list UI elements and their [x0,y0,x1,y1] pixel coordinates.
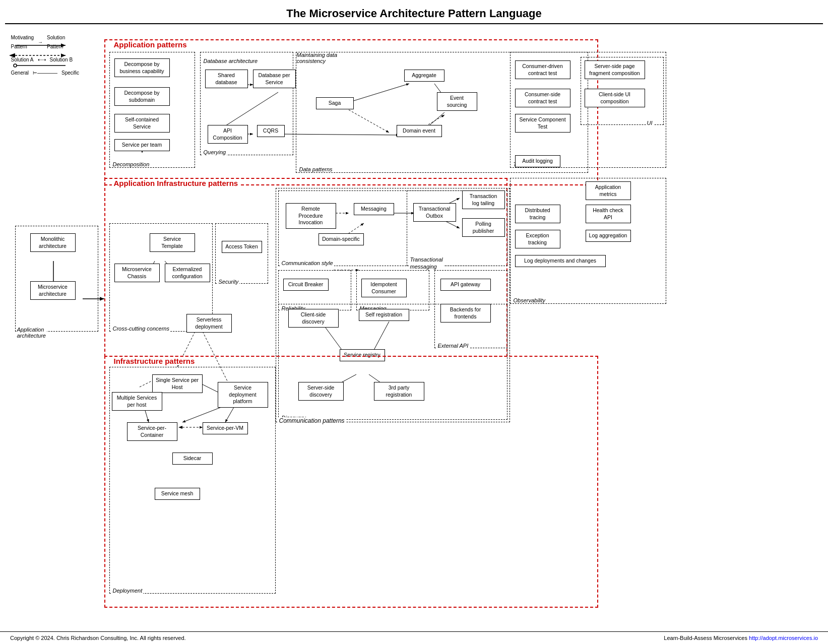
legend: MotivatingPattern → SolutionPattern Solu… [11,33,80,78]
node-app-metrics[interactable]: Application metrics [586,181,631,200]
application-patterns-title: Application patterns [112,40,189,49]
node-event-sourcing[interactable]: Event sourcing [437,92,477,111]
legend-label-solution-a: Solution A [11,55,34,65]
node-serverless[interactable]: Serverless deployment [186,314,232,333]
node-service-mesh[interactable]: Service mesh [155,488,200,500]
node-multiple-services[interactable]: Multiple Services per host [112,392,162,411]
node-client-side-ui[interactable]: Client-side UI composition [585,89,645,107]
footer-right: Learn-Build-Assess Microservices http://… [664,635,818,641]
legend-row-2: Solution A ⇠⇢ Solution B [11,55,80,65]
legend-row-1: MotivatingPattern → SolutionPattern [11,33,80,51]
node-self-registration[interactable]: Self registration [359,309,409,321]
legend-label-solution: SolutionPattern [47,33,65,51]
node-log-aggregation[interactable]: Log aggregation [586,230,631,242]
node-shared-database[interactable]: Shared database [205,70,248,88]
security-label: Security [218,279,240,285]
node-distributed-tracing[interactable]: Distributed tracing [515,205,560,223]
data-patterns-label: Data patterns [298,166,334,172]
node-client-side-discovery[interactable]: Client-side discovery [288,309,339,328]
legend-label-specific: Specific [61,69,79,78]
node-audit-logging[interactable]: Audit logging [515,155,560,167]
node-aggregate[interactable]: Aggregate [404,70,444,82]
deployment-label: Deployment [112,588,144,594]
node-health-check[interactable]: Health check API [586,205,631,223]
node-service-per-team[interactable]: Service per team [114,139,170,151]
node-consumer-side[interactable]: Consumer-side contract test [515,89,570,107]
node-access-token[interactable]: Access Token [222,241,262,253]
legend-label-solution-b: Solution B [50,55,73,65]
querying-label: Querying [203,149,227,155]
node-microservice-chassis[interactable]: Microservice Chassis [114,264,160,282]
node-single-service[interactable]: Single Service per Host [152,374,203,393]
node-saga[interactable]: Saga [316,97,354,109]
node-consumer-driven[interactable]: Consumer-driven contract test [515,60,570,79]
node-decompose-subdomain[interactable]: Decompose by subdomain [114,87,170,106]
database-arch-label: Database architecture [203,58,259,64]
footer-link[interactable]: http://adopt.microservices.io [749,635,818,641]
ui-label: UI [646,120,654,126]
app-arch-label: Applicationarchitecture [16,327,47,339]
node-service-per-container[interactable]: Service-per-Container [127,422,177,441]
node-decompose-business[interactable]: Decompose by business capability [114,58,170,77]
node-sidecar[interactable]: Sidecar [172,453,213,465]
node-cqrs[interactable]: CQRS [257,125,285,137]
legend-row-3: General ⊢———— Specific [11,69,80,78]
node-externalized-config[interactable]: Externalized configuration [165,264,210,282]
footer: Copyright © 2024. Chris Richardson Consu… [0,631,828,644]
node-monolithic[interactable]: Monolithic architecture [30,233,76,252]
app-infra-title: Application Infrastructure patterns [112,179,240,187]
node-service-template[interactable]: Service Template [150,233,195,252]
security-box [215,223,268,284]
decomposition-label: Decomposition [112,161,151,167]
node-service-deployment-platform[interactable]: Service deployment platform [218,382,268,408]
page-title: The Microservice Architecture Pattern La… [5,0,823,24]
cross-cutting-label: Cross-cutting concerns [112,326,171,332]
learn-label: Learn-Build-Assess Microservices [664,635,747,641]
copyright: Copyright © 2024. Chris Richardson Consu… [10,635,186,641]
node-domain-event[interactable]: Domain event [397,125,442,137]
node-microservice-arch[interactable]: Microservice architecture [30,281,76,300]
node-api-composition[interactable]: API Composition [208,125,248,144]
node-server-side-page[interactable]: Server-side page fragment composition [585,60,645,79]
node-exception-tracking[interactable]: Exception tracking [515,230,560,248]
legend-label-general: General [11,69,29,78]
node-service-per-vm[interactable]: Service-per-VM [203,422,248,434]
node-database-per-service[interactable]: Database per Service [253,70,296,88]
infra-patterns-title: Infrastructure patterns [112,357,197,365]
node-log-deployments[interactable]: Log deployments and changes [515,255,606,267]
legend-label-motivating: MotivatingPattern [11,33,34,51]
node-service-component[interactable]: Service Component Test [515,114,570,133]
observability-label: Observability [513,297,547,303]
node-self-contained[interactable]: Self-contained Service [114,114,170,133]
